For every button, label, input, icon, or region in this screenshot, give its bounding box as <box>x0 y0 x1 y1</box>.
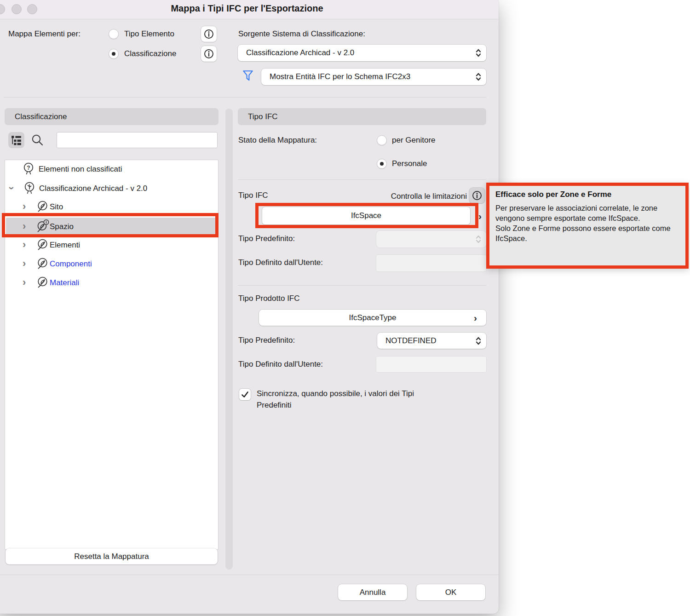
info-button-classificazione[interactable] <box>201 46 217 62</box>
chevron-right-icon: › <box>478 212 482 221</box>
tree-item-spazio[interactable]: › Spazio <box>6 218 217 236</box>
tree-item-label: Classificazione Archicad - v 2.0 <box>39 184 147 194</box>
ifc-type-label: Tipo IFC <box>238 190 268 201</box>
user-defined-type-label: Tipo Definito dall'Utente: <box>238 258 323 268</box>
check-limitations-label: Controlla le limitazioni <box>359 191 467 201</box>
tooltip-body-line: Per preservare le associazioni correlate… <box>495 203 681 223</box>
section-divider <box>238 179 486 180</box>
tree-item-elementi[interactable]: › Elementi <box>5 236 218 254</box>
chevron-right-icon[interactable]: › <box>23 257 26 270</box>
tree-item-classification-root[interactable]: › Classificazione Archicad - v 2.0 <box>5 179 218 198</box>
product-predefined-type-label: Tipo Predefinito: <box>238 335 295 345</box>
info-button-tipo-elemento[interactable] <box>201 26 217 42</box>
panel-scrollbar[interactable] <box>225 109 233 570</box>
tooltip: Efficace solo per Zone e Forme Per prese… <box>486 183 689 269</box>
leaf-icon <box>35 257 49 271</box>
leaf-info-icon <box>35 219 49 233</box>
limitations-info-button[interactable] <box>469 188 485 203</box>
tree-item-sito[interactable]: › Sito <box>5 198 218 216</box>
tree-view-button[interactable] <box>8 132 24 148</box>
source-system-label: Sorgente Sistema di Classificazione: <box>238 29 365 39</box>
predefined-type-select-disabled <box>376 231 486 248</box>
tooltip-body-line: Solo Zone e Forme possono essere esporta… <box>495 223 681 243</box>
chevron-right-icon: › <box>474 313 477 322</box>
user-defined-type-field-disabled <box>376 255 486 271</box>
section-divider <box>4 97 486 98</box>
leaf-icon <box>35 238 49 252</box>
tree-item-label: Sito <box>50 202 63 212</box>
ifc-product-type-label: Tipo Prodotto IFC <box>238 294 300 304</box>
stepper-icon <box>475 335 482 346</box>
radio-personale-label: Personale <box>392 159 427 169</box>
radio-personale[interactable] <box>377 159 387 169</box>
tree-question-icon: ? <box>22 162 35 176</box>
source-system-select[interactable]: Classificazione Archicad - v 2.0 <box>238 45 486 61</box>
chevron-right-icon[interactable]: › <box>23 220 26 233</box>
chevron-right-icon[interactable]: › <box>23 238 26 251</box>
tree-item-label: Componenti <box>50 259 92 269</box>
map-elements-label: Mappa Elementi per: <box>8 29 80 39</box>
leaf-icon <box>35 276 49 289</box>
search-input[interactable] <box>57 132 218 148</box>
radio-tipo-elemento-label: Tipo Elemento <box>124 29 174 39</box>
tree-item-label: Spazio <box>50 222 74 232</box>
tree-item-componenti[interactable]: › Componenti <box>5 255 218 273</box>
radio-classificazione-label: Classificazione <box>124 49 176 59</box>
schema-filter-value: Mostra Entità IFC per lo Schema IFC2x3 <box>270 69 410 85</box>
mapping-state-label: Stato della Mappatura: <box>238 135 317 145</box>
product-user-defined-type-label: Tipo Definito dall'Utente: <box>238 359 323 369</box>
tree-item-unclassified[interactable]: ? Elementi non classificati <box>5 160 218 178</box>
filter-icon <box>242 69 254 84</box>
chevron-right-icon[interactable]: › <box>23 200 26 213</box>
radio-tipo-elemento[interactable] <box>109 29 119 39</box>
chevron-down-icon[interactable]: › <box>5 186 18 190</box>
radio-per-genitore[interactable] <box>377 135 387 145</box>
svg-text:?: ? <box>27 165 30 171</box>
predefined-type-label: Tipo Predefinito: <box>238 234 295 244</box>
ifc-type-panel-header: Tipo IFC <box>238 108 486 125</box>
tree-item-label: Elementi <box>50 240 80 250</box>
ifc-export-mapping-dialog: Mappa i Tipi IFC per l'Esportazione Mapp… <box>0 0 499 614</box>
ok-button[interactable]: OK <box>416 584 485 600</box>
radio-classificazione[interactable] <box>109 49 119 59</box>
stepper-icon <box>475 71 482 82</box>
title-bar: Mappa i Tipi IFC per l'Esportazione <box>0 0 499 19</box>
tree-item-label: Elementi non classificati <box>39 164 122 174</box>
sync-checkbox[interactable] <box>239 389 251 400</box>
radio-per-genitore-label: per Genitore <box>392 135 436 145</box>
window-title: Mappa i Tipi IFC per l'Esportazione <box>0 3 499 14</box>
tree-item-materiali[interactable]: › Materiali <box>5 274 218 292</box>
source-system-value: Classificazione Archicad - v 2.0 <box>246 45 354 61</box>
classification-panel-header: Classificazione <box>5 108 218 125</box>
product-predefined-type-select[interactable]: NOTDEFINED <box>377 333 486 349</box>
stepper-icon <box>475 47 482 58</box>
cancel-button[interactable]: Annulla <box>338 584 407 600</box>
leaf-icon <box>35 200 49 213</box>
footer-divider <box>0 575 499 575</box>
chevron-right-icon[interactable]: › <box>23 276 26 289</box>
classification-tree: ? Elementi non classificati › Classifica… <box>5 160 218 550</box>
stepper-icon <box>475 234 482 245</box>
ifc-product-type-picker-button[interactable]: IfcSpaceType <box>259 310 486 326</box>
tree-icon <box>23 181 36 195</box>
sync-checkbox-label: Sincronizza, quando possibile, i valori … <box>257 388 450 411</box>
product-predefined-type-value: NOTDEFINED <box>385 333 437 349</box>
tree-item-label: Materiali <box>50 278 79 288</box>
tooltip-title: Efficace solo per Zone e Forme <box>495 190 681 199</box>
section-divider <box>238 285 486 286</box>
search-icon <box>30 133 44 149</box>
product-user-defined-type-field[interactable] <box>376 357 486 372</box>
ifc-type-picker-button[interactable]: IfcSpace <box>262 207 470 225</box>
reset-mapping-button[interactable]: Resetta la Mappatura <box>6 548 218 564</box>
schema-filter-select[interactable]: Mostra Entità IFC per lo Schema IFC2x3 <box>261 69 486 85</box>
